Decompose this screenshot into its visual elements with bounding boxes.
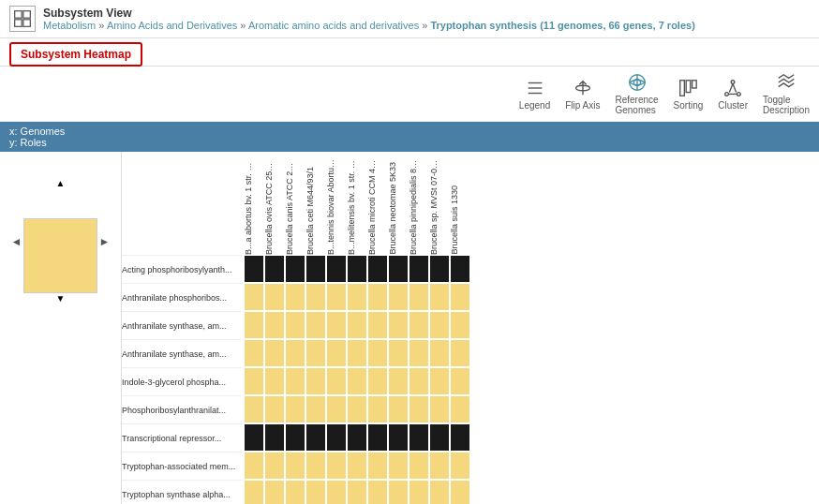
heatmap-cell[interactable] xyxy=(429,283,450,311)
heatmap-cell[interactable] xyxy=(347,395,367,423)
heatmap-cell[interactable] xyxy=(285,255,305,283)
reference-genomes-tool[interactable]: ReferenceGenomes xyxy=(615,72,658,115)
heatmap-cell[interactable] xyxy=(347,339,367,367)
heatmap-cell[interactable] xyxy=(326,311,347,339)
heatmap-cell[interactable] xyxy=(305,480,326,504)
heatmap-cell[interactable] xyxy=(409,452,429,480)
heatmap-cell[interactable] xyxy=(305,255,326,283)
heatmap-cell[interactable] xyxy=(347,367,367,395)
heatmap-cell[interactable] xyxy=(429,423,450,452)
heatmap-cell[interactable] xyxy=(409,283,429,311)
heatmap-cell[interactable] xyxy=(244,395,264,423)
heatmap-cell[interactable] xyxy=(326,339,347,367)
heatmap-cell[interactable] xyxy=(429,452,450,480)
heatmap-cell[interactable] xyxy=(450,255,470,283)
heatmap-cell[interactable] xyxy=(305,367,326,395)
heatmap-cell[interactable] xyxy=(367,283,388,311)
legend-left-arrow[interactable]: ◄ xyxy=(9,235,24,248)
sorting-tool[interactable]: Sorting xyxy=(674,78,704,111)
heatmap-cell[interactable] xyxy=(347,452,367,480)
tab-subsystem-heatmap[interactable]: Subsystem Heatmap xyxy=(9,42,142,67)
heatmap-cell[interactable] xyxy=(326,283,347,311)
heatmap-cell[interactable] xyxy=(285,311,305,339)
heatmap-cell[interactable] xyxy=(388,452,409,480)
heatmap-cell[interactable] xyxy=(285,480,305,504)
heatmap-cell[interactable] xyxy=(244,283,264,311)
heatmap-cell[interactable] xyxy=(388,367,409,395)
heatmap-cell[interactable] xyxy=(285,395,305,423)
heatmap-cell[interactable] xyxy=(264,255,285,283)
heatmap-cell[interactable] xyxy=(409,311,429,339)
heatmap-cell[interactable] xyxy=(367,367,388,395)
heatmap-cell[interactable] xyxy=(367,452,388,480)
heatmap-cell[interactable] xyxy=(285,339,305,367)
heatmap-cell[interactable] xyxy=(244,339,264,367)
heatmap-cell[interactable] xyxy=(264,480,285,504)
breadcrumb-metabolism[interactable]: Metabolism xyxy=(43,20,96,31)
cluster-tool[interactable]: Cluster xyxy=(718,78,748,111)
heatmap-cell[interactable] xyxy=(244,480,264,504)
toggle-description-tool[interactable]: ToggleDescription xyxy=(763,72,810,115)
heatmap-cell[interactable] xyxy=(388,339,409,367)
heatmap-cell[interactable] xyxy=(244,311,264,339)
heatmap-cell[interactable] xyxy=(264,395,285,423)
heatmap-cell[interactable] xyxy=(285,283,305,311)
heatmap-cell[interactable] xyxy=(367,311,388,339)
heatmap-cell[interactable] xyxy=(409,367,429,395)
heatmap-cell[interactable] xyxy=(450,395,470,423)
heatmap-cell[interactable] xyxy=(264,311,285,339)
heatmap-cell[interactable] xyxy=(264,452,285,480)
heatmap-cell[interactable] xyxy=(305,311,326,339)
legend-tool[interactable]: Legend xyxy=(519,78,550,111)
heatmap-cell[interactable] xyxy=(347,480,367,504)
heatmap-cell[interactable] xyxy=(347,283,367,311)
heatmap-cell[interactable] xyxy=(305,423,326,452)
heatmap-cell[interactable] xyxy=(388,480,409,504)
heatmap-cell[interactable] xyxy=(264,339,285,367)
heatmap-cell[interactable] xyxy=(450,283,470,311)
heatmap-cell[interactable] xyxy=(409,423,429,452)
heatmap-cell[interactable] xyxy=(285,423,305,452)
heatmap-cell[interactable] xyxy=(326,255,347,283)
heatmap-cell[interactable] xyxy=(244,423,264,452)
heatmap-cell[interactable] xyxy=(429,395,450,423)
heatmap-cell[interactable] xyxy=(388,423,409,452)
heatmap-cell[interactable] xyxy=(450,480,470,504)
heatmap-cell[interactable] xyxy=(409,395,429,423)
flip-axis-tool[interactable]: Flip Axis xyxy=(565,78,600,111)
heatmap-cell[interactable] xyxy=(367,255,388,283)
heatmap-cell[interactable] xyxy=(429,255,450,283)
heatmap-cell[interactable] xyxy=(305,452,326,480)
heatmap-cell[interactable] xyxy=(450,452,470,480)
heatmap-cell[interactable] xyxy=(409,339,429,367)
heatmap-cell[interactable] xyxy=(326,480,347,504)
heatmap-cell[interactable] xyxy=(347,311,367,339)
heatmap-cell[interactable] xyxy=(409,480,429,504)
heatmap-cell[interactable] xyxy=(409,255,429,283)
heatmap-cell[interactable] xyxy=(264,367,285,395)
heatmap-cell[interactable] xyxy=(388,255,409,283)
heatmap-cell[interactable] xyxy=(367,339,388,367)
heatmap-cell[interactable] xyxy=(347,255,367,283)
heatmap-cell[interactable] xyxy=(326,423,347,452)
heatmap-cell[interactable] xyxy=(285,367,305,395)
breadcrumb-aromatic[interactable]: Aromatic amino acids and derivatives xyxy=(248,20,419,31)
heatmap-cell[interactable] xyxy=(244,367,264,395)
legend-right-arrow[interactable]: ► xyxy=(97,235,112,248)
heatmap-cell[interactable] xyxy=(450,367,470,395)
heatmap-cell[interactable] xyxy=(367,395,388,423)
heatmap-cell[interactable] xyxy=(429,367,450,395)
heatmap-cell[interactable] xyxy=(264,283,285,311)
heatmap-cell[interactable] xyxy=(450,311,470,339)
heatmap-cell[interactable] xyxy=(388,283,409,311)
heatmap-cell[interactable] xyxy=(305,395,326,423)
heatmap-cell[interactable] xyxy=(388,395,409,423)
heatmap-cell[interactable] xyxy=(450,339,470,367)
heatmap-cell[interactable] xyxy=(450,423,470,452)
heatmap-cell[interactable] xyxy=(305,283,326,311)
heatmap-cell[interactable] xyxy=(305,339,326,367)
heatmap-cell[interactable] xyxy=(244,452,264,480)
heatmap-cell[interactable] xyxy=(367,423,388,452)
heatmap-cell[interactable] xyxy=(264,423,285,452)
heatmap-cell[interactable] xyxy=(367,480,388,504)
